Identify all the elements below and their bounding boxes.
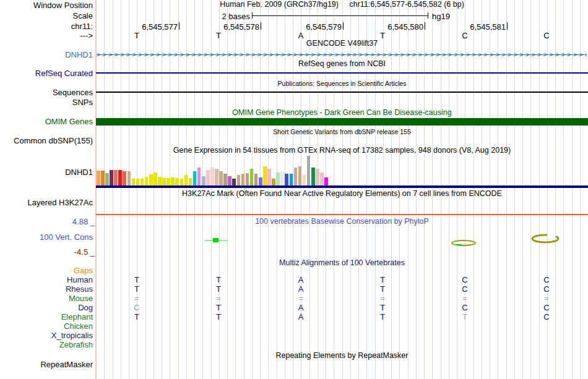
refseq-track-title[interactable]: RefSeq genes from NCBI: [96, 60, 588, 68]
coordinate-label: 6,545,578: [181, 22, 259, 32]
species-label-x_tropicalis[interactable]: X_tropicalis: [51, 331, 93, 340]
omim-track-title[interactable]: OMIM Gene Phenotypes - Dark Green Can Be…: [96, 109, 588, 117]
alignment-base: A: [298, 313, 304, 322]
gtex-expression-bar[interactable]: [223, 174, 227, 185]
gtex-expression-bar[interactable]: [166, 178, 170, 185]
gtex-expression-bar[interactable]: [171, 177, 175, 185]
gtex-expression-bar[interactable]: [285, 174, 288, 185]
snps-label[interactable]: SNPs: [72, 98, 93, 107]
gtex-expression-bar[interactable]: [298, 166, 302, 185]
gtex-expression-bar[interactable]: [118, 170, 122, 185]
gtex-expression-bar[interactable]: [132, 179, 136, 185]
phylop-track-label[interactable]: 100 Vert. Cons: [40, 233, 93, 242]
coordinate-tick: [179, 22, 179, 30]
gtex-expression-bar[interactable]: [114, 170, 118, 185]
h3k27ac-label[interactable]: Layered H3K27Ac: [27, 198, 93, 207]
gtex-expression-bar[interactable]: [180, 179, 184, 185]
gtex-expression-bar[interactable]: [215, 169, 218, 185]
phylop-track-title[interactable]: 100 vertebrates Basewise Conservation by…: [96, 218, 588, 226]
gencode-gene-arrows[interactable]: >>>>>>>>>>>>>>>>>>>>>>>>>>>>>>>>>>>>>>>>…: [97, 51, 587, 59]
gtex-expression-bar[interactable]: [263, 166, 267, 185]
gtex-expression-bar[interactable]: [197, 168, 201, 185]
h3k27ac-track-title[interactable]: H3K27Ac Mark (Often Found Near Active Re…: [96, 190, 588, 198]
dbsnp-track-title[interactable]: Short Genetic Variants from dbSNP releas…: [96, 128, 588, 136]
coordinate-tick: [343, 22, 344, 30]
species-label-human[interactable]: Human: [67, 276, 93, 284]
gtex-expression-bar[interactable]: [276, 172, 280, 185]
gtex-expression-bar[interactable]: [189, 178, 192, 185]
gtex-expression-bar[interactable]: [101, 171, 105, 185]
gtex-expression-bar[interactable]: [193, 171, 197, 185]
gtex-expression-bar[interactable]: [303, 175, 306, 185]
gtex-expression-bar[interactable]: [311, 168, 315, 185]
gtex-expression-bar[interactable]: [241, 174, 245, 185]
gtex-expression-bar[interactable]: [145, 177, 149, 185]
gtex-expression-bar[interactable]: [254, 174, 258, 185]
gtex-expression-bar[interactable]: [128, 171, 131, 185]
gtex-expression-bar[interactable]: [175, 178, 179, 185]
refseq-curated-item[interactable]: [96, 72, 588, 74]
species-label-chicken[interactable]: Chicken: [64, 322, 93, 331]
gtex-expression-bar[interactable]: [202, 176, 205, 185]
gtex-expression-bar[interactable]: [136, 179, 140, 185]
species-label-gaps[interactable]: Gaps: [74, 266, 93, 275]
gtex-expression-bar[interactable]: [272, 179, 275, 185]
repeatmasker-label[interactable]: RepeatMasker: [40, 360, 93, 369]
alignment-base: T: [216, 276, 221, 284]
alignment-base: T: [380, 313, 385, 322]
gencode-gene-label[interactable]: DNHD1: [65, 51, 93, 59]
dbsnp-label[interactable]: Common dbSNP(155): [14, 137, 93, 145]
gtex-expression-bar[interactable]: [210, 168, 214, 185]
gtex-expression-bar[interactable]: [206, 170, 210, 185]
omim-genes-label[interactable]: OMIM Genes: [45, 117, 93, 126]
omim-gene-bar[interactable]: [96, 118, 588, 126]
gtex-expression-bar[interactable]: [149, 174, 153, 185]
alignment-base: =: [544, 294, 549, 303]
gtex-expression-bar[interactable]: [320, 172, 324, 185]
gtex-expression-bar[interactable]: [105, 173, 109, 185]
gtex-expression-bar[interactable]: [324, 177, 328, 185]
gencode-track-title[interactable]: GENCODE V49lift37: [96, 40, 588, 48]
gtex-expression-bar[interactable]: [307, 156, 311, 185]
species-label-rhesus[interactable]: Rhesus: [66, 285, 93, 294]
species-label-dog[interactable]: Dog: [78, 304, 93, 312]
gtex-expression-bar[interactable]: [280, 171, 284, 185]
gtex-expression-bar[interactable]: [259, 177, 262, 185]
gtex-expression-bar[interactable]: [228, 176, 231, 185]
coordinate-tick: [425, 22, 425, 30]
gtex-expression-bar[interactable]: [184, 175, 188, 185]
gtex-gene-label[interactable]: DNHD1: [65, 168, 93, 177]
gtex-expression-bar[interactable]: [97, 171, 100, 185]
window-title: Human Feb. 2009 (GRCh37/hg19) chr11:6,54…: [96, 1, 588, 9]
gtex-expression-bar[interactable]: [158, 177, 162, 185]
gtex-track-title[interactable]: Gene Expression in 54 tissues from GTEx …: [96, 147, 588, 155]
gtex-expression-bar[interactable]: [290, 174, 293, 185]
gtex-expression-bar[interactable]: [250, 169, 254, 185]
scale-value: 2 bases: [222, 12, 250, 21]
conservation-ellipse: [532, 235, 558, 242]
publications-track-title[interactable]: Publications: Sequences in Scientific Ar…: [96, 80, 588, 88]
gtex-expression-bar[interactable]: [294, 168, 298, 185]
gtex-expression-bar[interactable]: [141, 179, 144, 185]
gtex-expression-bar[interactable]: [237, 175, 241, 185]
multiz-track-title[interactable]: Multiz Alignments of 100 Vertebrates: [96, 259, 588, 267]
gtex-expression-bar[interactable]: [267, 169, 271, 185]
publications-sequences-label[interactable]: Sequences: [53, 88, 93, 97]
species-label-zebrafish[interactable]: Zebrafish: [59, 341, 93, 349]
gtex-expression-bar[interactable]: [219, 171, 223, 185]
gtex-expression-bar[interactable]: [162, 178, 166, 185]
refseq-curated-label[interactable]: RefSeq Curated: [35, 69, 93, 78]
repeatmasker-track-title[interactable]: Repeating Elements by RepeatMasker: [96, 352, 588, 360]
coordinate-tick: [261, 22, 261, 30]
coordinate-label: 6,545,579: [264, 22, 342, 32]
phylop-min-value: -4.5 _: [74, 248, 95, 257]
species-label-elephant[interactable]: Elephant: [61, 313, 93, 322]
gtex-expression-bar[interactable]: [110, 170, 113, 185]
gtex-expression-bar[interactable]: [316, 169, 319, 185]
species-label-mouse[interactable]: Mouse: [69, 294, 93, 303]
gtex-expression-bar[interactable]: [153, 172, 157, 185]
gtex-expression-bar[interactable]: [246, 173, 249, 185]
gtex-expression-bar[interactable]: [123, 171, 126, 185]
gtex-expression-bar[interactable]: [232, 179, 236, 185]
publications-sequences-item[interactable]: [96, 92, 588, 93]
